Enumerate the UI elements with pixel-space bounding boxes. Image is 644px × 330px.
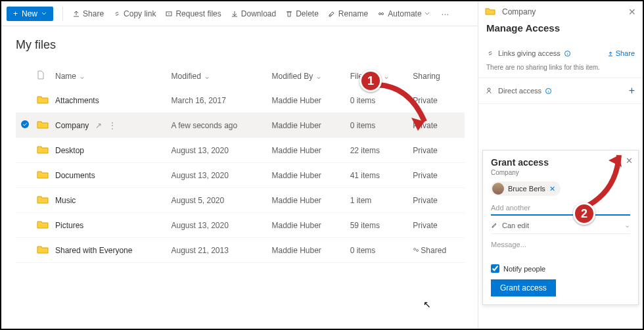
row-select[interactable] <box>16 113 34 138</box>
folder-icon <box>34 163 53 188</box>
row-modified-by: Maddie Huber <box>269 213 347 238</box>
col-name[interactable]: Name⌄ <box>53 66 168 88</box>
share-icon <box>607 51 614 57</box>
row-name[interactable]: Pictures <box>53 213 168 238</box>
plus-icon: + <box>13 9 18 18</box>
add-direct-access-button[interactable]: + <box>629 85 635 97</box>
row-modified: A few seconds ago <box>168 113 269 138</box>
people-icon <box>486 87 494 95</box>
arrow-2 <box>584 143 630 209</box>
table-row[interactable]: Shared with EveryoneAugust 21, 2013Maddi… <box>16 238 465 263</box>
row-name[interactable]: Shared with Everyone <box>53 238 168 263</box>
table-row[interactable]: MusicAugust 5, 2020Maddie Huber1 itemPri… <box>16 188 465 213</box>
chevron-down-icon <box>41 11 47 16</box>
request-files-icon <box>165 10 173 18</box>
row-sharing: Shared <box>410 238 465 263</box>
row-select[interactable] <box>16 213 34 238</box>
main-area: My files Name⌄ Modified⌄ Modified By⌄ Fi… <box>1 26 476 329</box>
col-modified[interactable]: Modified⌄ <box>168 66 269 88</box>
rename-button[interactable]: Rename <box>328 9 368 18</box>
col-modified-by[interactable]: Modified By⌄ <box>269 66 347 88</box>
col-type <box>34 66 53 88</box>
table-row[interactable]: DesktopAugust 13, 2020Maddie Huber22 ite… <box>16 138 465 163</box>
chevron-down-icon: ⌄ <box>79 72 85 81</box>
person-chip[interactable]: Bruce Berls ✕ <box>491 181 561 196</box>
svg-point-8 <box>488 88 490 91</box>
file-icon <box>37 70 45 80</box>
svg-text:i: i <box>567 51 568 55</box>
row-select[interactable] <box>16 138 34 163</box>
download-button[interactable]: Download <box>231 9 276 18</box>
table-row[interactable]: DocumentsAugust 13, 2020Maddie Huber41 i… <box>16 163 465 188</box>
row-select[interactable] <box>16 238 34 263</box>
row-name[interactable]: Desktop <box>53 138 168 163</box>
share-inline-icon[interactable]: ↗ <box>95 121 102 130</box>
row-size: 1 item <box>348 188 411 213</box>
row-modified: August 13, 2020 <box>168 163 269 188</box>
folder-icon <box>34 188 53 213</box>
info-icon[interactable]: i <box>545 88 551 94</box>
new-button[interactable]: + New <box>7 7 53 21</box>
row-size: 59 items <box>348 213 411 238</box>
grant-access-button[interactable]: Grant access <box>491 279 556 296</box>
message-input[interactable]: Message... <box>491 241 630 248</box>
row-modified-by: Maddie Huber <box>269 163 347 188</box>
permission-select[interactable]: Can edit ⌄ <box>491 221 630 234</box>
notify-checkbox-input[interactable] <box>491 264 499 273</box>
share-link[interactable]: Share <box>607 49 635 57</box>
row-name[interactable]: Company ↗ ⋮ <box>53 113 168 138</box>
row-name[interactable]: Attachments <box>53 88 168 113</box>
callout-1: 1 <box>359 70 382 92</box>
automate-icon <box>377 10 385 18</box>
row-sharing: Private <box>410 188 465 213</box>
row-modified: March 16, 2017 <box>168 88 269 113</box>
svg-point-1 <box>379 12 381 14</box>
close-panel-button[interactable]: ✕ <box>628 7 636 17</box>
delete-button[interactable]: Delete <box>285 9 319 18</box>
automate-button[interactable]: Automate <box>377 9 429 18</box>
panel-folder-name: Company <box>502 7 536 16</box>
folder-icon <box>34 88 53 113</box>
no-links-text: There are no sharing links for this item… <box>486 64 635 71</box>
folder-icon <box>485 7 497 17</box>
copy-link-button[interactable]: Copy link <box>113 9 156 18</box>
folder-icon <box>34 238 53 263</box>
row-size: 22 items <box>348 138 411 163</box>
links-giving-access-label: Links giving access <box>498 49 561 57</box>
row-select[interactable] <box>16 163 34 188</box>
table-row[interactable]: PicturesAugust 13, 2020Maddie Huber59 it… <box>16 213 465 238</box>
more-button[interactable]: ··· <box>439 9 452 19</box>
callout-2: 2 <box>573 202 595 225</box>
page-title: My files <box>16 38 465 52</box>
row-modified: August 13, 2020 <box>168 138 269 163</box>
row-name[interactable]: Music <box>53 188 168 213</box>
info-icon[interactable]: i <box>564 51 570 57</box>
folder-icon <box>34 213 53 238</box>
row-name[interactable]: Documents <box>53 163 168 188</box>
request-files-button[interactable]: Request files <box>165 9 221 18</box>
arrow-1 <box>373 80 439 139</box>
chevron-down-icon: ⌄ <box>204 72 210 81</box>
folder-icon <box>34 138 53 163</box>
row-modified-by: Maddie Huber <box>269 188 347 213</box>
chevron-down-icon: ⌄ <box>624 221 630 229</box>
row-modified: August 21, 2013 <box>168 238 269 263</box>
row-select[interactable] <box>16 88 34 113</box>
chevron-down-icon <box>425 11 430 16</box>
row-size: 41 items <box>348 163 411 188</box>
cursor-icon: ↖ <box>423 299 431 310</box>
row-more-icon[interactable]: ⋮ <box>108 121 116 130</box>
new-button-label: New <box>22 9 37 18</box>
folder-icon <box>34 113 53 138</box>
link-icon <box>486 49 494 57</box>
svg-text:i: i <box>548 89 549 93</box>
svg-point-2 <box>382 12 384 14</box>
row-select[interactable] <box>16 188 34 213</box>
notify-checkbox[interactable]: Notify people <box>491 264 630 273</box>
col-select <box>16 66 34 88</box>
person-chip-name: Bruce Berls <box>508 185 545 193</box>
share-button[interactable]: Share <box>72 9 104 18</box>
remove-chip-button[interactable]: ✕ <box>549 185 555 193</box>
trash-icon <box>285 10 293 18</box>
row-sharing: Private <box>410 138 465 163</box>
